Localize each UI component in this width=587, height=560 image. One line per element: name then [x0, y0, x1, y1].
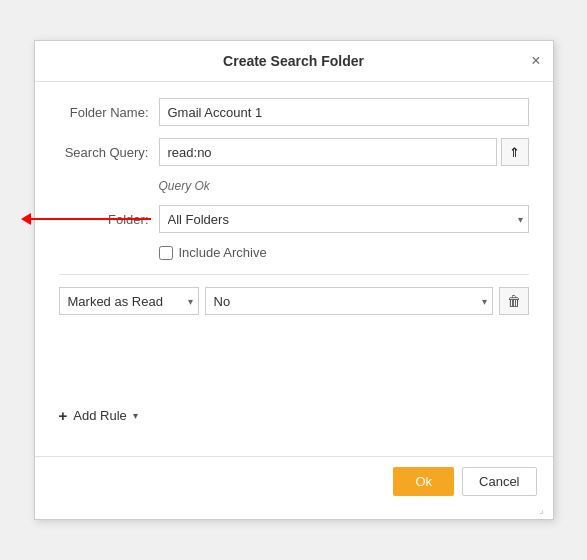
- search-query-input-wrap: ⇑: [159, 138, 529, 166]
- query-ok-text: Query Ok: [159, 179, 210, 193]
- add-rule-chevron-down-icon: ▾: [133, 410, 138, 421]
- dialog-body: Folder Name: Search Query: ⇑ Query Ok Fo…: [35, 82, 553, 456]
- folder-label: Folder:: [59, 212, 159, 227]
- search-query-input[interactable]: [159, 138, 497, 166]
- folder-name-input[interactable]: [159, 98, 529, 126]
- chevron-double-up-icon: ⇑: [509, 145, 520, 160]
- close-button[interactable]: ×: [531, 53, 540, 69]
- ok-button[interactable]: Ok: [393, 467, 454, 496]
- rule-type-select-wrap: Marked as Read Starred Has Attachment ▾: [59, 287, 199, 315]
- dialog-footer: Ok Cancel: [35, 456, 553, 508]
- folder-select[interactable]: All Folders Inbox Sent Drafts Trash: [159, 205, 529, 233]
- cancel-button[interactable]: Cancel: [462, 467, 536, 496]
- add-rule-label: Add Rule: [73, 408, 126, 423]
- dialog-header: Create Search Folder ×: [35, 41, 553, 82]
- delete-rule-button[interactable]: 🗑: [499, 287, 529, 315]
- search-query-label: Search Query:: [59, 145, 159, 160]
- spacer: [59, 327, 529, 407]
- include-archive-checkbox[interactable]: [159, 246, 173, 260]
- rule-value-select-wrap: No Yes ▾: [205, 287, 493, 315]
- expand-query-button[interactable]: ⇑: [501, 138, 529, 166]
- create-search-folder-dialog: Create Search Folder × Folder Name: Sear…: [34, 40, 554, 520]
- include-archive-label: Include Archive: [179, 245, 267, 260]
- plus-icon: +: [59, 407, 68, 424]
- rule-type-select[interactable]: Marked as Read Starred Has Attachment: [59, 287, 199, 315]
- resize-handle[interactable]: ⌟: [539, 505, 551, 517]
- rule-row: Marked as Read Starred Has Attachment ▾ …: [59, 287, 529, 315]
- search-query-row: Search Query: ⇑: [59, 138, 529, 166]
- rule-value-select[interactable]: No Yes: [205, 287, 493, 315]
- dialog-title: Create Search Folder: [223, 53, 364, 69]
- folder-row: Folder: All Folders Inbox Sent Drafts Tr…: [59, 205, 529, 233]
- folder-select-wrap: All Folders Inbox Sent Drafts Trash ▾: [159, 205, 529, 233]
- folder-name-row: Folder Name:: [59, 98, 529, 126]
- query-ok-row: Query Ok: [159, 178, 529, 193]
- trash-icon: 🗑: [507, 293, 521, 309]
- add-rule-row[interactable]: + Add Rule ▾: [59, 407, 529, 424]
- include-archive-row: Include Archive: [159, 245, 529, 260]
- divider: [59, 274, 529, 275]
- arrow-head: [21, 213, 31, 225]
- folder-name-label: Folder Name:: [59, 105, 159, 120]
